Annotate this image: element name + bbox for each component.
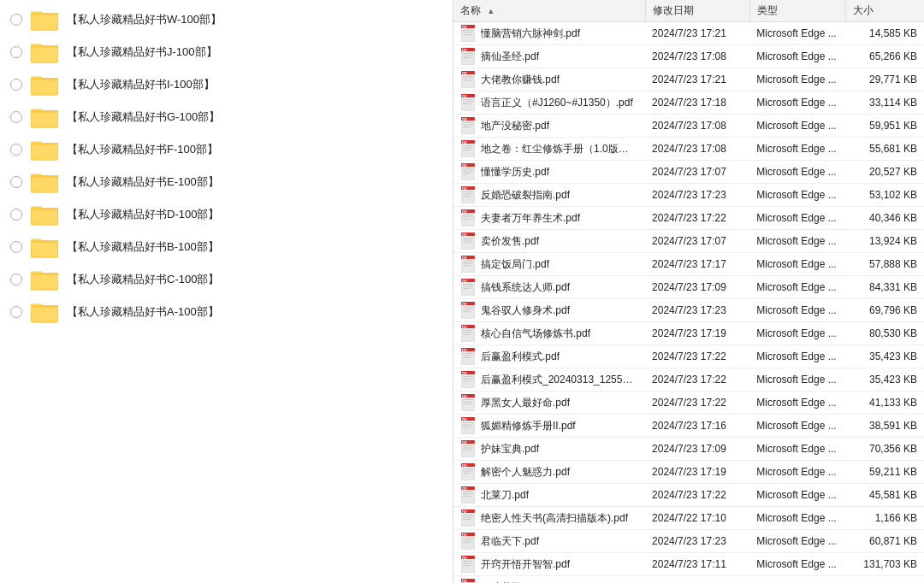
folder-radio-e[interactable]: [10, 176, 22, 188]
pdf-icon: PDF: [460, 163, 476, 180]
pdf-icon: PDF: [460, 348, 476, 365]
svg-rect-60: [463, 56, 473, 56]
folder-radio-j[interactable]: [10, 46, 22, 58]
table-row[interactable]: PDF 后赢盈利模式_20240313_125526.pdf2024/7/23 …: [453, 368, 924, 392]
table-row[interactable]: PDF 鬼谷驭人修身术.pdf2024/7/23 17:23Microsoft …: [453, 299, 924, 322]
file-name-cell[interactable]: PDF 卖价发售.pdf: [453, 230, 645, 253]
svg-text:PDF: PDF: [462, 233, 467, 237]
file-name-cell[interactable]: PDF 绝密人性天书(高清扫描版本).pdf: [453, 507, 645, 530]
svg-rect-77: [463, 122, 473, 123]
file-name-cell[interactable]: PDF 解密个人魅惑力.pdf: [453, 461, 645, 484]
file-size: 38,591 KB: [845, 415, 924, 438]
table-row[interactable]: PDF 搞定饭局门.pdf2024/7/23 17:17Microsoft Ed…: [453, 253, 924, 276]
folder-item-w[interactable]: 【私人珍藏精品好书W-100部】: [0, 3, 453, 36]
svg-rect-73: [463, 103, 471, 104]
file-name-cell[interactable]: PDF 后赢盈利模式.pdf: [453, 345, 645, 368]
file-name-text: 搞定饭局门.pdf: [481, 257, 549, 272]
folder-radio-g[interactable]: [10, 111, 22, 123]
file-name-cell[interactable]: PDF 懂懂学历史.pdf: [453, 161, 645, 184]
file-name-cell[interactable]: PDF 开窍开悟开智智.pdf: [453, 553, 645, 576]
table-row[interactable]: PDF 搞钱系统达人师.pdf2024/7/23 17:09Microsoft …: [453, 276, 924, 299]
folder-radio-c[interactable]: [10, 274, 22, 286]
table-row[interactable]: PDF 卖价发售.pdf2024/7/23 17:07Microsoft Edg…: [453, 230, 924, 253]
file-name-cell[interactable]: PDF 反婚恐破裂指南.pdf: [453, 184, 645, 207]
folder-icon-c: [31, 268, 58, 291]
svg-rect-29: [31, 175, 58, 178]
folder-item-d[interactable]: 【私人珍藏精品好书D-100部】: [0, 198, 453, 231]
file-type: Microsoft Edge ...: [749, 484, 845, 507]
file-size: 33,114 KB: [845, 91, 924, 115]
svg-rect-85: [463, 150, 471, 150]
folder-item-j[interactable]: 【私人珍藏精品好书J-100部】: [0, 36, 453, 68]
folder-item-a[interactable]: 【私人珍藏精品好书A-100部】: [0, 296, 453, 328]
table-row[interactable]: PDF 狐媚精修炼手册II.pdf2024/7/23 17:16Microsof…: [453, 415, 924, 438]
folder-radio-d[interactable]: [10, 209, 22, 221]
svg-text:PDF: PDF: [462, 210, 467, 214]
file-name-text: 核心自信气场修炼书.pdf: [481, 327, 590, 341]
file-name-cell[interactable]: PDF 夫妻者万年养生术.pdf: [453, 207, 645, 230]
folder-item-e[interactable]: 【私人珍藏精品好书E-100部】: [0, 166, 453, 198]
folder-radio-i[interactable]: [10, 79, 22, 91]
col-header-type[interactable]: 类型: [749, 0, 845, 22]
folder-radio-w[interactable]: [10, 14, 22, 26]
folder-item-b[interactable]: 【私人珍藏精品好书B-100部】: [0, 231, 453, 263]
table-row[interactable]: PDF 北莱刀.pdf2024/7/23 17:22Microsoft Edge…: [453, 484, 924, 507]
file-name-text: 后赢盈利模式_20240313_125526.pdf: [481, 373, 638, 387]
file-name-cell[interactable]: PDF 北莱刀.pdf: [453, 484, 645, 507]
table-row[interactable]: PDF 懂脑营销六脉神剑.pdf2024/7/23 17:21Microsoft…: [453, 22, 924, 45]
table-row[interactable]: PDF 君临天下.pdf2024/7/23 17:23Microsoft Edg…: [453, 530, 924, 553]
table-row[interactable]: PDF 核心自信气场修炼书.pdf2024/7/23 17:19Microsof…: [453, 322, 924, 345]
file-name-cell[interactable]: PDF 君临天下.pdf: [453, 530, 645, 553]
file-name-cell[interactable]: PDF 地之卷：红尘修炼手册（1.0版）.pdf: [453, 138, 645, 161]
file-name-cell[interactable]: PDF 摘仙圣经.pdf: [453, 45, 645, 68]
file-name-cell[interactable]: PDF 大佬教你赚钱.pdf: [453, 68, 645, 91]
file-name-cell[interactable]: PDF 核心自信气场修炼书.pdf: [453, 322, 645, 345]
file-name-cell[interactable]: PDF 狐媚精修炼手册II.pdf: [453, 415, 645, 438]
folder-item-g[interactable]: 【私人珍藏精品好书G-100部】: [0, 101, 453, 133]
file-size: 60,871 KB: [845, 530, 924, 553]
table-row[interactable]: PDF 语言正义（#J1260~#J1350）.pdf2024/7/23 17:…: [453, 91, 924, 115]
svg-rect-72: [463, 102, 473, 103]
folder-item-c[interactable]: 【私人珍藏精品好书C-100部】: [0, 263, 453, 296]
table-row[interactable]: PDF 口才养降.pdf2024/7/23 17:17Microsoft Edg…: [453, 576, 924, 584]
svg-rect-169: [463, 473, 471, 474]
table-row[interactable]: PDF 夫妻者万年养生术.pdf2024/7/23 17:22Microsoft…: [453, 207, 924, 230]
table-row[interactable]: PDF 绝密人性天书(高清扫描版本).pdf2024/7/22 17:10Mic…: [453, 507, 924, 530]
svg-rect-120: [463, 286, 473, 287]
col-header-size[interactable]: 大小: [845, 0, 924, 22]
file-name-cell[interactable]: PDF 口才养降.pdf: [453, 576, 645, 584]
svg-rect-132: [463, 333, 473, 333]
file-name-cell[interactable]: PDF 厚黑女人最好命.pdf: [453, 392, 645, 415]
table-row[interactable]: PDF 地产没秘密.pdf2024/7/23 17:08Microsoft Ed…: [453, 115, 924, 138]
col-header-date[interactable]: 修改日期: [645, 0, 749, 22]
col-header-name[interactable]: 名称 ▲: [453, 0, 645, 22]
folder-radio-b[interactable]: [10, 241, 22, 253]
file-name-cell[interactable]: PDF 搞钱系统达人师.pdf: [453, 276, 645, 299]
folder-radio-f[interactable]: [10, 144, 22, 156]
table-row[interactable]: PDF 地之卷：红尘修炼手册（1.0版）.pdf2024/7/23 17:08M…: [453, 138, 924, 161]
svg-text:PDF: PDF: [462, 580, 467, 583]
table-row[interactable]: PDF 摘仙圣经.pdf2024/7/23 17:08Microsoft Edg…: [453, 45, 924, 68]
table-row[interactable]: PDF 解密个人魅惑力.pdf2024/7/23 17:19Microsoft …: [453, 461, 924, 484]
file-name-cell[interactable]: PDF 搞定饭局门.pdf: [453, 253, 645, 276]
table-row[interactable]: PDF 后赢盈利模式.pdf2024/7/23 17:22Microsoft E…: [453, 345, 924, 368]
folder-item-f[interactable]: 【私人珍藏精品好书F-100部】: [0, 133, 453, 166]
file-date: 2024/7/23 17:09: [645, 438, 749, 461]
file-date: 2024/7/23 17:07: [645, 230, 749, 253]
file-date: 2024/7/23 17:09: [645, 276, 749, 299]
folder-item-i[interactable]: 【私人珍藏精品好书I-100部】: [0, 68, 453, 101]
svg-text:PDF: PDF: [462, 441, 467, 445]
table-row[interactable]: PDF 懂懂学历史.pdf2024/7/23 17:07Microsoft Ed…: [453, 161, 924, 184]
table-row[interactable]: PDF 反婚恐破裂指南.pdf2024/7/23 17:23Microsoft …: [453, 184, 924, 207]
file-name-cell[interactable]: PDF 懂脑营销六脉神剑.pdf: [453, 22, 645, 45]
table-row[interactable]: PDF 厚黑女人最好命.pdf2024/7/23 17:22Microsoft …: [453, 392, 924, 415]
table-row[interactable]: PDF 大佬教你赚钱.pdf2024/7/23 17:21Microsoft E…: [453, 68, 924, 91]
file-name-cell[interactable]: PDF 地产没秘密.pdf: [453, 115, 645, 138]
file-name-cell[interactable]: PDF 语言正义（#J1260~#J1350）.pdf: [453, 91, 645, 115]
file-name-cell[interactable]: PDF 鬼谷驭人修身术.pdf: [453, 299, 645, 322]
table-row[interactable]: PDF 开窍开悟开智智.pdf2024/7/23 17:11Microsoft …: [453, 553, 924, 576]
folder-radio-a[interactable]: [10, 306, 22, 318]
file-name-cell[interactable]: PDF 护妹宝典.pdf: [453, 438, 645, 461]
table-row[interactable]: PDF 护妹宝典.pdf2024/7/23 17:09Microsoft Edg…: [453, 438, 924, 461]
file-name-cell[interactable]: PDF 后赢盈利模式_20240313_125526.pdf: [453, 368, 645, 392]
